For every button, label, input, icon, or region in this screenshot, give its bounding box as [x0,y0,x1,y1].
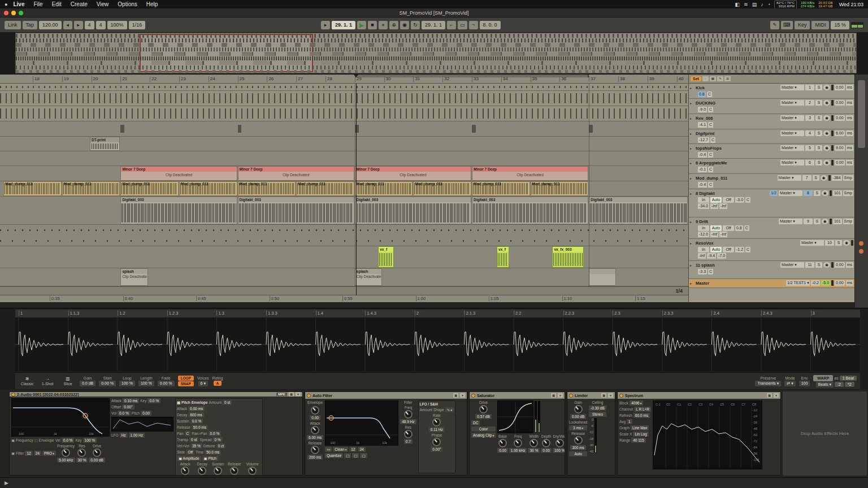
clip-stub[interactable] [589,125,593,133]
volume-field[interactable]: 0.8 [735,225,743,231]
clip-Mod_dump_011[interactable]: Mod_dump_011 [3,181,62,196]
solo-button[interactable]: S [815,100,822,106]
ceiling-value[interactable]: -0.30 dB [589,406,606,411]
monitor-off[interactable]: Off [723,247,734,252]
sample-mode-classic[interactable]: ≋Classic [19,376,36,386]
pan-field[interactable]: C [745,197,750,203]
link-button[interactable]: Link [5,21,21,29]
sample-mode-1-shot[interactable]: →1-Shot [39,376,56,386]
nudge-down-button[interactable]: ◂ [63,21,72,29]
gain-value[interactable]: -Inf [710,203,718,209]
clip-Mod_dump_011[interactable]: Mod_dump_011 [296,181,354,196]
preserve-chooser-value[interactable]: Transients ▾ [755,381,781,386]
output-routing-chooser[interactable]: Master ▾ [780,130,804,136]
sample-param-value[interactable]: 0.0 dB [80,381,96,386]
track-row-topsnoflops[interactable] [0,151,688,166]
envelope-amount-knob[interactable]: 0.00 [307,406,323,420]
quantize-div-2[interactable]: ▢ [352,453,359,458]
slope-12-button[interactable]: 12 [25,451,32,456]
monitor-auto[interactable]: Auto [710,225,722,231]
spectrum-block[interactable]: 4096 [630,400,643,406]
clip-stub[interactable] [120,125,124,133]
panel-track-master[interactable]: ▸Master1/2 TEST1 ▾-0.2-5.00.00ms [689,279,854,288]
volume-field[interactable]: -0.4 [698,152,707,158]
beats-mode-chooser[interactable]: Beats ▾ [816,382,834,387]
track-delay-unit[interactable]: ms [846,262,853,268]
volume-field[interactable]: -1.2 [735,247,744,252]
track-number[interactable]: 1 [805,85,814,90]
gain-value[interactable]: -Inf [710,232,718,237]
monitor-off[interactable]: Off [723,197,734,203]
clip-Digitakt_003[interactable]: Digitakt_003 [238,197,354,224]
device-hot-swap-icon[interactable]: ▣ [289,392,294,396]
track-row-ducking[interactable] [0,106,688,121]
collapse-triangle-icon[interactable]: ▸ [690,132,695,136]
clip-Digitakt_003[interactable]: Digitakt_003 [355,197,471,224]
arm-button[interactable]: ◉ [823,100,830,106]
apple-menu-icon[interactable]: ● [5,2,7,7]
spectrum-channel[interactable]: L R L+R [634,407,651,412]
spectrum-range[interactable]: 40 115 [631,438,645,443]
rate-knob[interactable]: Rate0.11 Hz [420,413,454,432]
tempo-field[interactable]: 120.00 [39,21,62,29]
monitor-in[interactable]: In [698,225,709,231]
spectrum-scalex[interactable]: Lin Log [633,432,648,437]
output-routing-chooser[interactable]: Master ▾ [780,115,804,121]
sampler-pitch-value[interactable]: 0.00 [141,411,151,416]
track-number[interactable]: 6 [805,160,814,165]
sample-param-value[interactable]: 0.00 % [158,381,175,386]
mod-spread-value[interactable]: 0 % [212,437,222,442]
sample-mode-slice[interactable]: ▥Slice [59,376,76,386]
follow-button[interactable]: ▸ [321,21,330,29]
gain-value[interactable]: -12.0 [698,232,709,237]
panel-track-ducking[interactable]: ▸DUCKINGMaster ▾2S◉0.00ms-9.0C [689,99,854,114]
volume-field[interactable]: -0.1 [698,167,707,172]
clip-stub[interactable] [472,125,476,133]
track-delay-value[interactable]: 0.00 [835,160,845,165]
quantize-menu[interactable]: 1/16 [129,21,146,29]
track-delay-unit[interactable]: ms [846,115,853,121]
sampler-key-value[interactable]: 0.0 % [147,398,160,403]
gain-value[interactable]: -34.0 [698,203,709,209]
pitchenv-sustain-value[interactable]: 0.0 % [190,419,203,424]
track-row-resovox[interactable]: vx_fvx_fvx_fx_003 [0,246,688,268]
quantize-button[interactable]: Quantize [325,453,343,458]
pitchenv-decay-value[interactable]: 600 ms [188,412,203,417]
menubar-clock[interactable]: Wed 21:03 [839,2,863,7]
track-delay-unit[interactable]: Smp [843,175,853,181]
menu-edit[interactable]: Edit [52,1,62,7]
track-number[interactable]: 7 [802,175,811,181]
arrangement-overview[interactable] [15,33,857,73]
clip-splash[interactable]: splashClip Deactivate [120,268,147,286]
device-fold-icon[interactable]: ▾ [460,393,465,398]
panel-track-rev_006[interactable]: ▸Rev_006Master ▾3S◉0.00ms-4.1C [689,114,854,129]
pitchenv-attack-value[interactable]: 0.00 ms [188,406,205,411]
sample-param-value[interactable]: 0.00 % [99,381,116,386]
filter-type-chooser[interactable]: PRO [42,451,56,456]
track-delay-value[interactable]: 9.00 [835,145,845,151]
track-delay-value[interactable]: 0.00 [835,262,845,268]
amp-knob-sustain[interactable]: Sustain0.0 dB [211,462,225,476]
mod-detune-value[interactable]: 0 ct [216,443,225,448]
arm-button[interactable]: ◉ [823,160,830,165]
loop-length-field[interactable]: 8. 0. 0 [479,21,500,29]
track-delay-unit[interactable]: ms [846,160,853,165]
pan-field[interactable]: C [745,247,750,252]
clip-DT-print[interactable]: DT-print [90,137,120,151]
pan-field[interactable]: C [708,182,713,188]
slope-12-button[interactable]: 12 [349,447,357,452]
loop-button[interactable]: LOOP [178,376,194,381]
dc-button[interactable]: DC [471,420,480,425]
pitch-tab[interactable]: ▣ Pitch [202,456,218,461]
amplitude-tab[interactable]: ▣ Amplitude [177,456,201,461]
clip-Digitakt_003[interactable]: Digitakt_003 [120,197,237,224]
output-routing-chooser[interactable]: Master ▾ [779,190,802,196]
clip-Mod_dump_011[interactable]: Mod_dump_011 [355,181,413,196]
output-routing-chooser[interactable]: Master ▾ [800,240,824,246]
amp-knob-release[interactable]: Release50.0 ms [226,462,242,476]
panel-track-mod_dump_011[interactable]: ▸Mod_dump_011Master ▾7S◉-384Smp-0.4C [689,174,854,189]
lookahead-chooser[interactable]: 3 ms [569,425,587,430]
time-signature-denominator[interactable]: 4 [96,21,106,29]
track-delay-value[interactable]: 0.00 [835,85,845,90]
mod-transp-value[interactable]: 0 st [189,437,198,442]
